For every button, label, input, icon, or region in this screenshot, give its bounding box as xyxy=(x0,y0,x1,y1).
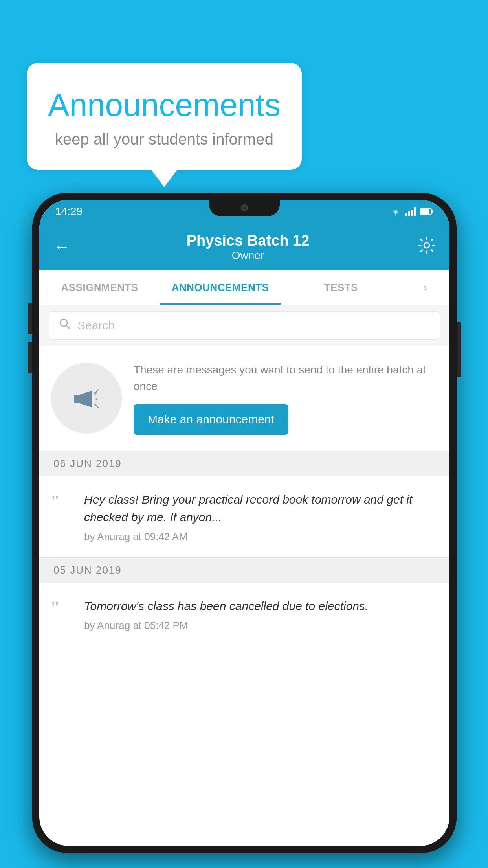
announcements-subtitle: keep all your students informed xyxy=(46,131,282,148)
back-button[interactable]: ← xyxy=(53,237,70,256)
svg-line-13 xyxy=(95,405,98,408)
svg-point-4 xyxy=(424,243,429,248)
tab-more[interactable]: › xyxy=(401,270,449,305)
search-icon xyxy=(59,318,71,333)
announcement-text-2: Tomorrow's class has been cancelled due … xyxy=(84,597,438,615)
svg-rect-3 xyxy=(432,210,433,213)
date-separator-2: 05 JUN 2019 xyxy=(39,557,449,583)
announcement-content-1: Hey class! Bring your practical record b… xyxy=(84,491,438,543)
wifi-icon xyxy=(390,207,402,216)
make-announcement-button[interactable]: Make an announcement xyxy=(134,404,288,435)
status-time: 14:29 xyxy=(55,205,83,218)
date-separator-1: 06 JUN 2019 xyxy=(39,451,449,476)
tabs-bar: ASSIGNMENTS ANNOUNCEMENTS TESTS › xyxy=(39,270,449,305)
front-camera xyxy=(241,204,248,211)
volume-down-button[interactable] xyxy=(28,342,32,373)
svg-line-11 xyxy=(95,390,98,393)
app-header: ← Physics Batch 12 Owner xyxy=(39,223,449,270)
tab-announcements[interactable]: ANNOUNCEMENTS xyxy=(160,270,281,305)
megaphone-icon-circle xyxy=(51,363,122,434)
announcement-content-2: Tomorrow's class has been cancelled due … xyxy=(84,597,438,632)
tab-tests[interactable]: TESTS xyxy=(281,270,401,305)
svg-rect-2 xyxy=(420,209,429,214)
megaphone-icon xyxy=(67,379,106,418)
signal-icon xyxy=(405,207,416,216)
header-title: Physics Batch 12 xyxy=(78,232,418,249)
promo-section: These are messages you want to send to t… xyxy=(39,346,449,451)
gear-icon[interactable] xyxy=(418,237,435,257)
announcement-text-1: Hey class! Bring your practical record b… xyxy=(84,491,438,526)
search-container: Search xyxy=(39,305,449,346)
svg-line-6 xyxy=(66,326,70,329)
search-placeholder: Search xyxy=(77,319,115,332)
announcement-meta-1: by Anurag at 09:42 AM xyxy=(84,531,438,543)
promo-description: These are messages you want to send to t… xyxy=(134,362,438,395)
announcement-meta-2: by Anurag at 05:42 PM xyxy=(84,620,438,632)
announcement-item-2[interactable]: " Tomorrow's class has been cancelled du… xyxy=(39,583,449,646)
header-center: Physics Batch 12 Owner xyxy=(78,232,418,262)
phone-mockup: 14:29 xyxy=(32,193,457,853)
tab-assignments[interactable]: ASSIGNMENTS xyxy=(39,270,160,305)
announcements-title: Announcements xyxy=(46,86,282,123)
promo-content: These are messages you want to send to t… xyxy=(134,362,438,435)
quote-icon-1: " xyxy=(51,492,75,512)
header-subtitle: Owner xyxy=(78,249,418,262)
volume-up-button[interactable] xyxy=(28,303,32,334)
phone-notch xyxy=(209,200,280,216)
svg-point-0 xyxy=(395,215,396,216)
announcement-item-1[interactable]: " Hey class! Bring your practical record… xyxy=(39,476,449,557)
status-icons xyxy=(390,207,434,216)
search-bar[interactable]: Search xyxy=(49,311,440,340)
quote-icon-2: " xyxy=(51,599,75,618)
power-button[interactable] xyxy=(457,322,461,377)
battery-icon xyxy=(420,208,434,215)
speech-bubble-card: Announcements keep all your students inf… xyxy=(27,63,302,170)
